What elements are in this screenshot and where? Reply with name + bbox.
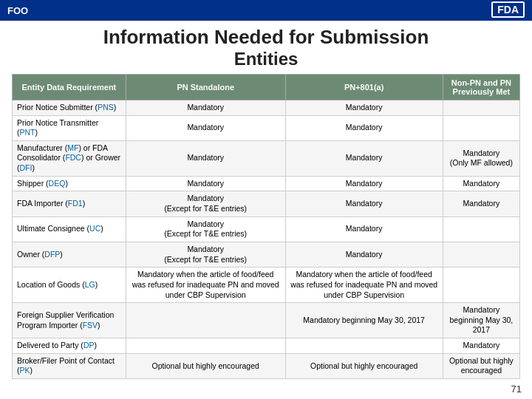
requirement-cell: Manufacturer (MF) or FDA Consolidator (F…: [13, 140, 126, 176]
value-cell: Mandatory(Only MF allowed): [443, 140, 519, 176]
requirement-cell: Foreign Supplier Verification Program Im…: [13, 303, 126, 338]
value-cell: Mandatory: [443, 176, 519, 191]
table-row: Ultimate Consignee (UC)Mandatory(Except …: [13, 216, 520, 242]
page-title-line1: Information Needed for Submission: [12, 27, 520, 49]
requirement-cell: Delivered to Party (DP): [13, 338, 126, 354]
table-row: Owner (DFP)Mandatory(Except for T&E entr…: [13, 242, 520, 267]
value-cell: [443, 216, 519, 242]
value-cell: [443, 242, 519, 267]
value-cell: Mandatory beginning May 30, 2017: [285, 303, 443, 338]
value-cell: Optional but highly encouraged: [126, 353, 285, 378]
table-row: Delivered to Party (DP)Mandatory: [13, 338, 520, 354]
value-cell: Mandatory: [285, 191, 443, 216]
value-cell: [126, 303, 285, 338]
requirement-cell: Prior Notice Transmitter (PNT): [13, 115, 126, 140]
value-cell: Mandatory: [285, 176, 443, 191]
entities-table: Entity Data Requirement PN Standalone PN…: [12, 74, 520, 379]
col-header-non-pn: Non-PN and PN Previously Met: [443, 74, 519, 100]
col-header-requirement: Entity Data Requirement: [13, 74, 126, 100]
col-header-pn-801a: PN+801(a): [285, 74, 443, 100]
col-header-pn-standalone: PN Standalone: [126, 74, 285, 100]
table-row: FDA Importer (FD1)Mandatory(Except for T…: [13, 191, 520, 216]
value-cell: Mandatory: [126, 140, 285, 176]
value-cell: [443, 115, 519, 140]
table-row: Shipper (DEQ)MandatoryMandatoryMandatory: [13, 176, 520, 191]
value-cell: Mandatory: [443, 338, 519, 354]
value-cell: [285, 338, 443, 354]
page-number: 71: [511, 383, 522, 395]
requirement-cell: Location of Goods (LG): [13, 267, 126, 303]
value-cell: Mandatory: [285, 140, 443, 176]
value-cell: [126, 338, 285, 354]
table-row: Prior Notice Submitter (PNS)MandatoryMan…: [13, 100, 520, 115]
requirement-cell: Ultimate Consignee (UC): [13, 216, 126, 242]
page-title-line2: Entities: [12, 49, 520, 69]
value-cell: Mandatory: [285, 242, 443, 267]
value-cell: Mandatory when the article of food/feed …: [285, 267, 443, 303]
value-cell: [443, 100, 519, 115]
value-cell: Mandatory: [126, 176, 285, 191]
value-cell: Mandatory: [126, 115, 285, 140]
value-cell: Mandatory(Except for T&E entries): [126, 216, 285, 242]
value-cell: Mandatory: [126, 100, 285, 115]
table-row: Prior Notice Transmitter (PNT)MandatoryM…: [13, 115, 520, 140]
table-header-row: Entity Data Requirement PN Standalone PN…: [13, 74, 520, 100]
value-cell: Mandatory: [285, 100, 443, 115]
value-cell: Optional but highly encouraged: [443, 353, 519, 378]
table-row: Location of Goods (LG)Mandatory when the…: [13, 267, 520, 303]
value-cell: Mandatory(Except for T&E entries): [126, 242, 285, 267]
table-row: Broker/Filer Point of Contact (PK)Option…: [13, 353, 520, 378]
value-cell: Mandatory when the article of food/feed …: [126, 267, 285, 303]
value-cell: Mandatory: [285, 216, 443, 242]
value-cell: Mandatory: [285, 115, 443, 140]
requirement-cell: Shipper (DEQ): [13, 176, 126, 191]
value-cell: Mandatory(Except for T&E entries): [126, 191, 285, 216]
requirement-cell: Owner (DFP): [13, 242, 126, 267]
value-cell: Optional but highly encouraged: [285, 353, 443, 378]
requirement-cell: FDA Importer (FD1): [13, 191, 126, 216]
value-cell: Mandatory beginning May 30, 2017: [443, 303, 519, 338]
value-cell: [443, 267, 519, 303]
value-cell: Mandatory: [443, 191, 519, 216]
requirement-cell: Broker/Filer Point of Contact (PK): [13, 353, 126, 378]
requirement-cell: Prior Notice Submitter (PNS): [13, 100, 126, 115]
main-content: Information Needed for Submission Entiti…: [0, 21, 532, 382]
table-row: Manufacturer (MF) or FDA Consolidator (F…: [13, 140, 520, 176]
top-bar: FOO: [0, 0, 532, 21]
fda-logo: FDA: [491, 1, 525, 18]
table-row: Foreign Supplier Verification Program Im…: [13, 303, 520, 338]
top-bar-title: FOO: [7, 5, 28, 16]
